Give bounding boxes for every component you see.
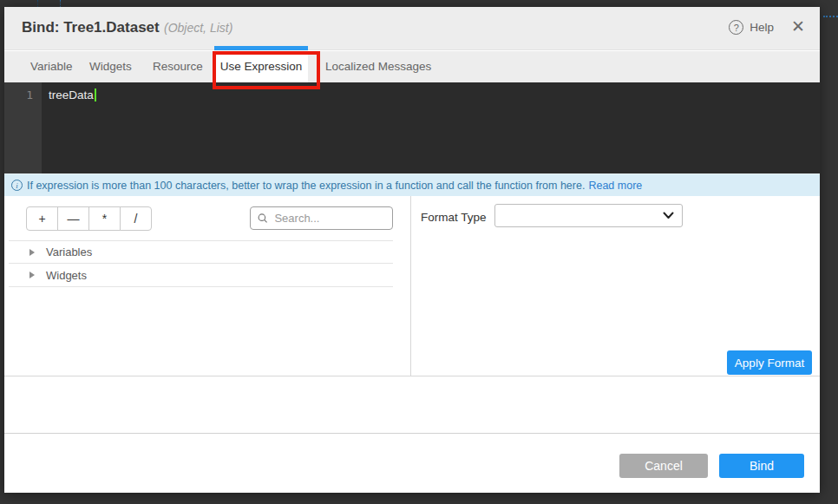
tab-widgets[interactable]: Widgets (89, 51, 132, 82)
operator-plus-button[interactable]: + (26, 206, 58, 231)
format-type-label: Format Type (421, 211, 487, 224)
tree-node-label: Variables (46, 245, 92, 259)
empty-preview-area (4, 377, 820, 434)
line-number: 1 (4, 88, 33, 101)
info-icon: i (11, 180, 23, 191)
backdrop-artifact (60, 0, 61, 7)
operator-multiply-button[interactable]: * (88, 206, 121, 231)
caret-right-icon (29, 249, 35, 256)
operator-minus-button[interactable]: — (57, 206, 89, 231)
dialog-header: Bind: Tree1.Dataset (Object, List) ? Hel… (4, 7, 820, 50)
close-icon[interactable]: ✕ (791, 18, 805, 35)
chevron-down-icon (663, 212, 674, 219)
binding-source-tree: Variables Widgets (9, 240, 393, 287)
cancel-button[interactable]: Cancel (619, 454, 708, 478)
tab-localized-messages[interactable]: Localized Messages (325, 51, 431, 82)
help-label: Help (750, 21, 774, 34)
designer-backdrop: Bind: Tree1.Dataset (Object, List) ? Hel… (0, 0, 838, 504)
info-bar: i If expression is more than 100 charact… (4, 173, 820, 196)
bind-button[interactable]: Bind (719, 454, 804, 478)
tree-node-variables[interactable]: Variables (9, 240, 393, 264)
tree-node-widgets[interactable]: Widgets (9, 264, 393, 287)
editor-gutter: 1 (4, 82, 42, 173)
search-icon (258, 213, 267, 224)
expression-builder-panels: + — * / Variables Widgets (4, 196, 820, 376)
dialog-subtitle: (Object, List) (164, 21, 232, 35)
caret-right-icon (29, 272, 35, 278)
operator-divide-button[interactable]: / (120, 206, 152, 231)
operator-button-group: + — * / (26, 206, 152, 231)
tab-use-expression[interactable]: Use Expression (214, 51, 308, 82)
expression-code-line[interactable]: treeData (49, 88, 96, 101)
apply-format-button[interactable]: Apply Format (727, 350, 812, 375)
help-button[interactable]: ? Help (729, 20, 774, 35)
info-message: If expression is more than 100 character… (27, 180, 585, 192)
tab-resource[interactable]: Resource (153, 51, 203, 82)
expression-text: treeData (49, 88, 94, 101)
dialog-footer: Cancel Bind (4, 435, 820, 493)
format-type-select[interactable] (494, 204, 683, 227)
backdrop-selection-dotted-line (823, 16, 838, 17)
bind-dialog: Bind: Tree1.Dataset (Object, List) ? Hel… (4, 7, 820, 493)
read-more-link[interactable]: Read more (588, 180, 642, 192)
text-cursor (95, 88, 96, 101)
help-icon: ? (729, 20, 743, 35)
search-input[interactable] (272, 211, 385, 226)
active-tab-indicator (214, 46, 308, 50)
panel-divider (410, 196, 411, 376)
expression-code-editor[interactable]: 1 treeData (4, 82, 820, 173)
dialog-tabbar: Variable Widgets Resource Use Expression… (4, 51, 820, 82)
dialog-title: Bind: Tree1.Dataset (22, 19, 160, 36)
tree-node-label: Widgets (46, 269, 87, 282)
search-box (250, 206, 393, 230)
backdrop-artifact (37, 0, 38, 7)
tab-variable[interactable]: Variable (30, 51, 73, 82)
